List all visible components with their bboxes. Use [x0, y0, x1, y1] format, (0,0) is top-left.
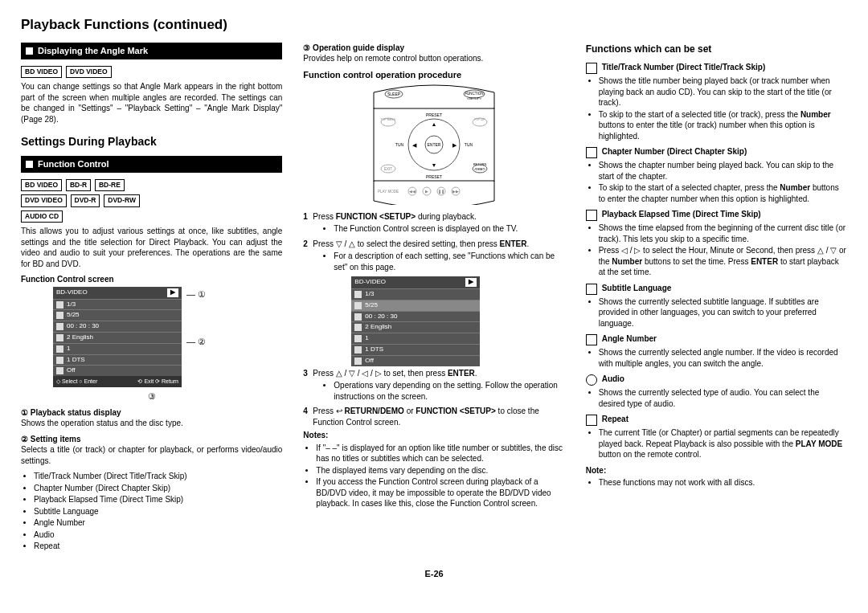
svg-text:PRESET: PRESET	[426, 112, 442, 117]
svg-text:PRESET: PRESET	[426, 174, 442, 179]
sr1: 1/3	[67, 300, 76, 309]
fc-screen-title: Function Control screen	[21, 274, 282, 285]
fn3-b1: Shows the currently selected subtitle la…	[599, 296, 847, 329]
svg-text:TUN: TUN	[395, 142, 404, 147]
step-1: 1 Press FUNCTION <SETUP> during playback…	[303, 211, 564, 236]
col3-note-title: Note:	[586, 465, 847, 476]
li-1: Chapter Number (Direct Chapter Skip)	[34, 483, 282, 494]
s3bullet: Operations vary depending on the setting…	[334, 380, 564, 402]
proc-title: Function control operation procedure	[303, 69, 564, 81]
fn2-b2: Press ◁ / ▷ to select the Hour, Minute o…	[599, 245, 847, 278]
fc-labels-row3: AUDIO CD	[21, 210, 282, 226]
fn6-b1: The current Title (or Chapter) or partia…	[599, 427, 847, 460]
label-bd-r: BD-R	[66, 179, 91, 191]
svg-text:EXIT: EXIT	[384, 167, 392, 171]
callout-1: — ①	[186, 288, 206, 300]
li-5: Audio	[34, 529, 282, 541]
fn4-b1: Shows the currently selected angle numbe…	[599, 347, 847, 369]
label-dvd-rw: DVD-RW	[104, 194, 140, 206]
bar-function-control: Function Control	[21, 156, 282, 173]
fn1-title: Chapter Number (Direct Chapter Skip)	[602, 146, 747, 157]
c1-body: Shows the operation status and the disc …	[21, 418, 282, 429]
c1-title: ① Playback status display	[21, 407, 282, 419]
step-3: 3 Press △ / ▽ / ◁ / ▷ to set, then press…	[303, 368, 564, 404]
remote-control-diagram: SLEEP FUNCTION <SETUP> ENTER ▲ ▼ ◀ ▶ PRE…	[350, 84, 518, 205]
fn1-b2: To skip to the start of a selected chapt…	[599, 182, 847, 204]
function-control-screen-image-2: BD-VIDEO▶ 1/3 5/25 00 : 20 : 30 2 Englis…	[351, 276, 480, 366]
s2b: ENTER	[500, 239, 527, 248]
fn-audio: Audio	[586, 374, 847, 385]
label-dvd-r: DVD-R	[71, 194, 100, 206]
note3: If you access the Function Control scree…	[316, 476, 564, 509]
c3-body: Provides help on remote control button o…	[303, 53, 564, 64]
sr2: 5/25	[67, 311, 80, 320]
s2r7: Off	[365, 357, 374, 366]
li-3: Subtitle Language	[34, 506, 282, 517]
svg-text:PLAY MODE: PLAY MODE	[378, 190, 399, 194]
fc-intro-text: This allows you to adjust various settin…	[21, 226, 282, 269]
s2r5: 1	[365, 334, 368, 343]
play-icon: ▶	[167, 288, 178, 297]
svg-text:❚❚: ❚❚	[438, 189, 444, 194]
note1: If "– –" is displayed for an option like…	[316, 443, 564, 464]
fn1-b1: Shows the chapter number being played ba…	[599, 160, 847, 182]
fn5-b1: Shows the currently selected type of aud…	[599, 387, 847, 409]
svg-text:POP-UP: POP-UP	[474, 118, 485, 121]
angle-mark-text: You can change settings so that Angle Ma…	[21, 81, 282, 125]
li-2: Playback Elapsed Time (Direct Time Skip)	[34, 494, 282, 505]
sr3: 00 : 20 : 30	[67, 322, 99, 331]
fn5-title: Audio	[602, 374, 624, 385]
s3a: Press △ / ▽ / ◁ / ▷ to set, then press	[313, 369, 448, 378]
svg-text:ENTER: ENTER	[428, 142, 441, 147]
li-6: Repeat	[34, 541, 282, 552]
function-control-screen-image: BD-VIDEO▶ 1/3 5/25 00 : 20 : 30 2 Englis…	[53, 287, 182, 387]
screen2-disc: BD-VIDEO	[354, 278, 386, 287]
svg-text:▶: ▶	[425, 189, 428, 194]
fn0-title: Title/Track Number (Direct Title/Track S…	[602, 62, 766, 73]
c3-title: ③ Operation guide display	[303, 43, 564, 54]
page-title: Playback Functions (continued)	[21, 16, 847, 35]
bar-angle-mark: Displaying the Angle Mark	[21, 43, 282, 59]
sr5: 1	[67, 345, 70, 353]
notes-title: Notes:	[303, 430, 564, 441]
fn-elapsed: Playback Elapsed Time (Direct Time Skip)	[586, 209, 847, 220]
svg-text:/DEMO: /DEMO	[474, 167, 485, 171]
fc-labels-row1: BD VIDEO BD-R BD-RE	[21, 179, 282, 194]
label-bd-video: BD VIDEO	[21, 66, 62, 78]
col3-note-body: These functions may not work with all di…	[599, 477, 847, 488]
c2-body: Selects a title (or track) or chapter fo…	[21, 444, 282, 466]
repeat-icon	[586, 415, 597, 426]
fn0-b1: Shows the title number being played back…	[599, 76, 847, 108]
screen-disc: BD-VIDEO	[56, 288, 88, 297]
fn3-title: Subtitle Language	[602, 283, 672, 294]
label-dvd-video2: DVD VIDEO	[21, 194, 67, 206]
s1b: FUNCTION <SETUP>	[336, 212, 416, 221]
page-number: E-26	[21, 568, 847, 580]
svg-text:FUNCTION: FUNCTION	[465, 92, 483, 96]
chapter-icon	[586, 147, 597, 158]
step-4: 4 Press ↩ RETURN/DEMO or FUNCTION <SETUP…	[303, 406, 564, 427]
return-icon: ↩	[336, 407, 345, 415]
sr7: Off	[67, 366, 76, 375]
fn2-b1: Shows the time elapsed from the beginnin…	[599, 223, 847, 244]
s2r4: 2 English	[365, 323, 391, 332]
fn-angle: Angle Number	[586, 333, 847, 345]
s2a: Press ▽ / △ to select the desired settin…	[313, 239, 499, 248]
sr6: 1 DTS	[67, 356, 85, 365]
label-dvd-video: DVD VIDEO	[66, 66, 112, 78]
play-icon-2: ▶	[465, 278, 477, 287]
setting-items-list: Title/Track Number (Direct Title/Track S…	[21, 471, 282, 552]
callout-3: ③	[21, 390, 282, 403]
fn4-title: Angle Number	[602, 333, 657, 345]
functions-set-heading: Functions which can be set	[586, 43, 847, 55]
callout-2: — ②	[186, 336, 206, 348]
s4c: or	[404, 407, 416, 415]
notes-list: If "– –" is displayed for an option like…	[303, 443, 564, 509]
angle-icon	[586, 334, 597, 345]
bar-function-control-text: Function Control	[38, 159, 109, 169]
s1bullet: The Function Control screen is displayed…	[334, 223, 564, 235]
svg-text:▶▶: ▶▶	[452, 189, 459, 194]
note2: The displayed items vary depending on th…	[316, 465, 564, 476]
content-columns: Displaying the Angle Mark BD VIDEO DVD V…	[21, 43, 847, 557]
angle-mark-labels: BD VIDEO DVD VIDEO	[21, 66, 282, 81]
